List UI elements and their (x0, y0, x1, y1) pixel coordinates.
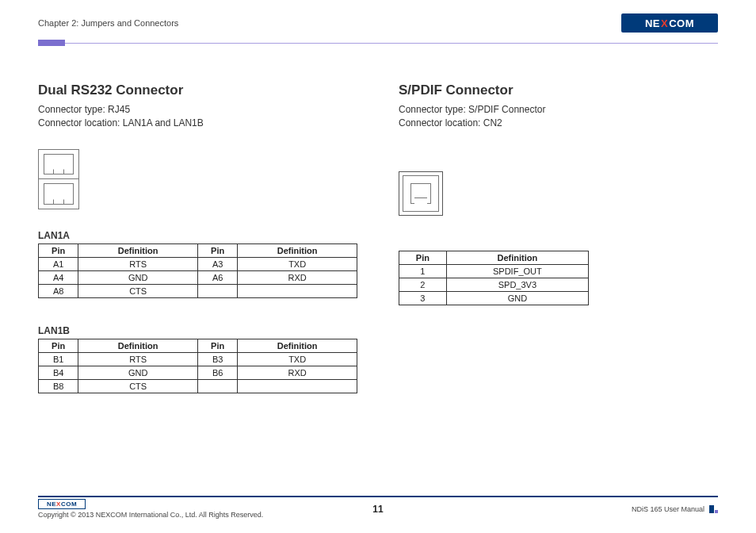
cell: B3 (198, 352, 238, 366)
table-title-lan1a: LAN1A (38, 230, 357, 241)
connector-location-spdif: Connector location: CN2 (399, 117, 718, 130)
rj45-diagram (38, 149, 79, 209)
cell: B1 (39, 352, 78, 366)
th-def: Definition (446, 251, 588, 264)
section-title-rs232: Dual RS232 Connector (38, 82, 357, 98)
cell: A1 (39, 257, 78, 270)
cell (238, 284, 357, 297)
connector-type-spdif: Connector type: S/PDIF Connector (399, 103, 718, 117)
spdif-diagram (399, 171, 443, 216)
cell: TXD (238, 257, 357, 270)
th-pin: Pin (39, 339, 78, 352)
th-pin: Pin (198, 243, 238, 257)
connector-type-rs232: Connector type: RJ45 (38, 103, 357, 117)
copyright-text: Copyright © 2013 NEXCOM International Co… (38, 511, 263, 519)
cell: 2 (399, 278, 447, 291)
cell: B8 (39, 379, 78, 393)
th-def: Definition (78, 243, 198, 257)
footer-pixel-icon (709, 505, 718, 513)
cell: RTS (78, 257, 198, 270)
cell: 3 (399, 291, 447, 305)
cell: CTS (78, 284, 198, 297)
cell (198, 379, 238, 393)
cell: CTS (78, 379, 198, 393)
cell: GND (78, 270, 198, 284)
cell: GND (78, 366, 198, 379)
pin-table-lan1a: Pin Definition Pin Definition A1 RTS A3 … (38, 243, 357, 298)
cell: SPD_3V3 (446, 278, 588, 291)
cell (198, 284, 238, 297)
th-pin: Pin (39, 243, 78, 257)
cell: SPDIF_OUT (446, 264, 588, 278)
pin-table-spdif: Pin Definition 1 SPDIF_OUT 2 SPD_3V3 3 G… (399, 251, 589, 305)
cell: TXD (238, 352, 357, 366)
table-title-lan1b: LAN1B (38, 325, 357, 336)
page-footer: NEXCOM Copyright © 2013 NEXCOM Internati… (38, 496, 718, 519)
cell: B4 (39, 366, 78, 379)
th-pin: Pin (198, 339, 238, 352)
logo-text-post: COM (669, 17, 694, 29)
cell: GND (446, 291, 588, 305)
pin-table-lan1b: Pin Definition Pin Definition B1 RTS B3 … (38, 339, 357, 393)
chapter-label: Chapter 2: Jumpers and Connectors (38, 18, 178, 28)
connector-location-rs232: Connector location: LAN1A and LAN1B (38, 117, 357, 130)
logo-text-pre: NE (645, 17, 660, 29)
divider-bar (38, 40, 718, 46)
cell: A8 (39, 284, 78, 297)
cell: 1 (399, 264, 447, 278)
cell: B6 (198, 366, 238, 379)
cell: RTS (78, 352, 198, 366)
cell (238, 379, 357, 393)
th-def: Definition (78, 339, 198, 352)
cell: A6 (198, 270, 238, 284)
cell: RXD (238, 366, 357, 379)
th-def: Definition (238, 243, 357, 257)
manual-name: NDiS 165 User Manual (632, 505, 704, 513)
cell: A3 (198, 257, 238, 270)
cell: RXD (238, 270, 357, 284)
footer-logo: NEXCOM (38, 499, 86, 509)
logo-text-x: X (660, 17, 669, 29)
th-def: Definition (238, 339, 357, 352)
cell: A4 (39, 270, 78, 284)
brand-logo: NEXCOM (621, 13, 718, 33)
page-number: 11 (372, 504, 383, 515)
th-pin: Pin (399, 251, 447, 264)
section-title-spdif: S/PDIF Connector (399, 82, 718, 98)
